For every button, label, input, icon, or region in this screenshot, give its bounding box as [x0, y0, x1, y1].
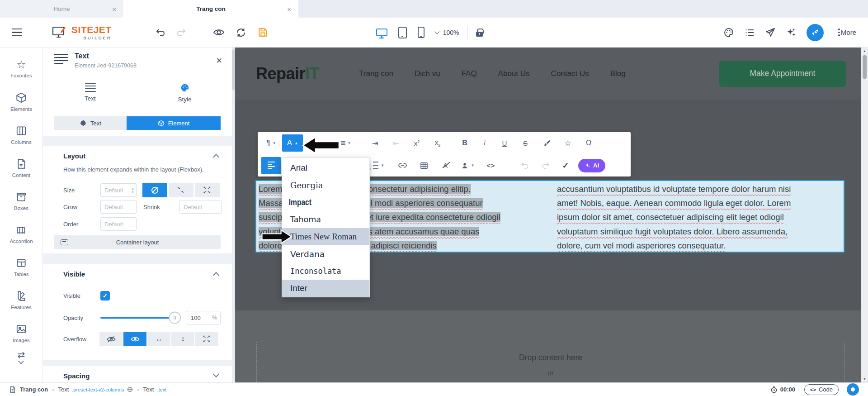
editor-undo-button[interactable]: [515, 157, 535, 174]
opacity-slider-handle[interactable]: [169, 312, 181, 324]
size-none-button[interactable]: [142, 183, 167, 197]
site-logo[interactable]: RepairIT: [256, 64, 319, 83]
canvas-scrollbar[interactable]: ▲ ▼: [861, 48, 868, 382]
main-menu-button[interactable]: [12, 29, 22, 36]
more-menu-button[interactable]: More: [834, 29, 856, 36]
segment-element[interactable]: Element: [127, 116, 221, 130]
nav-link-trang-con[interactable]: Trang con: [359, 69, 393, 78]
design-settings-button[interactable]: [723, 27, 734, 38]
underline-button[interactable]: U: [495, 134, 514, 152]
font-option-georgia[interactable]: Georgia: [282, 177, 369, 194]
favorite-style-button[interactable]: ☆: [558, 134, 578, 152]
make-appointment-button[interactable]: Make Appointment: [719, 61, 846, 87]
sidebar-item-content[interactable]: Content: [0, 151, 42, 184]
segment-text[interactable]: Text: [54, 116, 127, 130]
font-option-verdana[interactable]: Verdana: [282, 245, 369, 262]
preview-button[interactable]: [213, 28, 225, 37]
tab-trang-con[interactable]: Trang con ×: [123, 0, 298, 18]
sidebar-item-columns[interactable]: Columns: [0, 118, 42, 151]
sidebar-item-boxes[interactable]: Boxes: [0, 184, 42, 217]
ai-tools-button[interactable]: [786, 27, 797, 38]
shrink-input[interactable]: [179, 200, 222, 214]
sidebar-item-accordion[interactable]: Accordion: [0, 217, 42, 250]
italic-button[interactable]: i: [476, 134, 494, 152]
tab-trang-con-close-icon[interactable]: ×: [287, 5, 291, 13]
nav-link-faq[interactable]: FAQ: [462, 69, 477, 78]
opacity-slider[interactable]: [100, 317, 172, 319]
layout-collapse-icon[interactable]: [213, 154, 219, 160]
undo-button[interactable]: [155, 27, 166, 38]
nav-link-contact-us[interactable]: Contact Us: [551, 69, 589, 78]
strikethrough-button[interactable]: S: [515, 134, 535, 152]
size-stepper[interactable]: ▲▼: [131, 187, 134, 194]
scroll-down-icon[interactable]: ▼: [863, 376, 866, 382]
visible-checkbox[interactable]: ✓: [100, 291, 110, 301]
pages-list-button[interactable]: [744, 27, 755, 38]
outdent-button[interactable]: ⇤: [386, 134, 406, 152]
paragraph-format-button[interactable]: ¶▼: [261, 134, 281, 152]
breadcrumb-class-2[interactable]: .text: [157, 387, 166, 392]
refresh-button[interactable]: [236, 27, 246, 38]
insert-table-button[interactable]: [414, 157, 434, 174]
font-option-impact[interactable]: Impact: [282, 194, 354, 211]
code-view-button[interactable]: <> Code: [804, 384, 839, 395]
panel-close-icon[interactable]: ×: [216, 55, 222, 67]
tab-home[interactable]: Home ×: [0, 0, 123, 18]
grow-input[interactable]: [100, 200, 137, 214]
align-left-button[interactable]: [261, 157, 281, 174]
overflow-both-button[interactable]: ↖↗↙↘: [195, 332, 218, 346]
overflow-hidden-button[interactable]: [99, 332, 123, 346]
font-option-tahoma[interactable]: Tahoma: [282, 211, 369, 228]
tab-text[interactable]: Text: [43, 79, 137, 103]
text-color-button[interactable]: [536, 134, 557, 152]
spacing-expand-icon[interactable]: [213, 371, 219, 377]
editor-redo-button[interactable]: [536, 157, 556, 174]
desktop-view-button[interactable]: [376, 29, 387, 36]
font-option-arial[interactable]: Arial: [282, 159, 369, 177]
font-option-inter[interactable]: Inter: [282, 280, 369, 297]
help-bubble-button[interactable]: [847, 383, 859, 396]
spellcheck-button[interactable]: A: [435, 157, 455, 174]
indent-button[interactable]: ⇥: [365, 134, 385, 152]
sidebar-item-features[interactable]: Features: [0, 283, 42, 316]
overflow-vertical-button[interactable]: ↕: [171, 332, 194, 346]
size-shrink-button[interactable]: ↘↖: [169, 183, 193, 197]
breadcrumb-text-1[interactable]: Text: [58, 386, 69, 393]
container-layout-button[interactable]: Container layout: [54, 235, 221, 249]
source-code-button[interactable]: <>: [480, 157, 502, 174]
font-family-button[interactable]: A▲: [282, 134, 303, 152]
tab-style[interactable]: Style: [137, 79, 232, 103]
nav-link-blog[interactable]: Blog: [610, 69, 626, 78]
rail-more[interactable]: ⇄: [18, 350, 25, 363]
nav-link-dich-vu[interactable]: Dịch vụ: [415, 69, 440, 78]
drop-content-zone[interactable]: Drop content here or: [256, 342, 845, 382]
save-button[interactable]: [257, 27, 269, 38]
scroll-up-icon[interactable]: ▲: [863, 48, 866, 54]
bold-button[interactable]: B: [455, 134, 475, 152]
nav-link-about-us[interactable]: About Us: [498, 69, 530, 78]
subscript-button[interactable]: x2: [428, 134, 448, 152]
confirm-button[interactable]: ✓: [557, 157, 575, 174]
font-option-inconsolata[interactable]: Inconsolata: [282, 262, 369, 280]
order-input[interactable]: [100, 217, 137, 231]
sidebar-item-images[interactable]: Images: [0, 316, 42, 349]
breadcrumb-page[interactable]: Trang con: [20, 386, 48, 393]
visible-collapse-icon[interactable]: [213, 272, 219, 278]
size-grow-button[interactable]: ↖↗↙↘: [195, 183, 220, 197]
share-button[interactable]: [765, 27, 776, 38]
sidebar-item-elements[interactable]: Elements: [0, 85, 42, 118]
breadcrumb-class-1[interactable]: .preset-text-v2-columns: [72, 387, 124, 392]
special-character-button[interactable]: Ω: [579, 134, 599, 152]
font-option-times-new-roman[interactable]: Times New Roman: [282, 228, 369, 245]
personalization-button[interactable]: ▼: [456, 157, 479, 174]
lock-button[interactable]: [476, 29, 483, 37]
sidebar-item-favorites[interactable]: ☆ Favorites: [0, 52, 42, 85]
publish-button[interactable]: [807, 24, 824, 41]
overflow-visible-button[interactable]: [123, 332, 146, 346]
sidebar-item-tables[interactable]: Tables: [0, 250, 42, 283]
scrollbar-thumb[interactable]: [863, 55, 867, 79]
panel-scrollbar[interactable]: [232, 49, 235, 90]
breadcrumb-text-2[interactable]: Text: [143, 386, 154, 393]
link-button[interactable]: [392, 157, 413, 174]
ai-assistant-button[interactable]: AI: [578, 159, 605, 172]
